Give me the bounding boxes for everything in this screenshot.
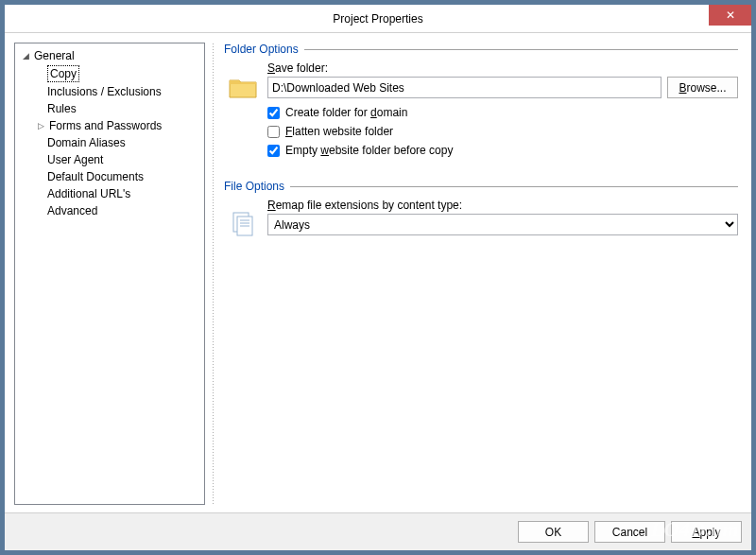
tree-item-useragent[interactable]: User Agent bbox=[17, 151, 202, 168]
tree-item-defaultdocs[interactable]: Default Documents bbox=[17, 168, 202, 185]
flatten-folder-label[interactable]: Flatten website folder bbox=[285, 125, 393, 138]
tree-label: Rules bbox=[47, 101, 77, 116]
apply-button[interactable]: Apply bbox=[671, 521, 742, 543]
group-header: Folder Options bbox=[224, 43, 738, 56]
tree-label: General bbox=[34, 48, 75, 63]
content-pane: Folder Options Save folder: bbox=[220, 43, 742, 505]
flatten-folder-checkbox[interactable] bbox=[267, 126, 280, 138]
save-folder-input[interactable] bbox=[267, 77, 662, 98]
documents-icon bbox=[228, 210, 258, 240]
create-folder-label[interactable]: Create folder for domain bbox=[285, 106, 407, 119]
tree-item-forms[interactable]: ▷ Forms and Passwords bbox=[17, 117, 202, 134]
nav-tree[interactable]: ◢ General Copy Inclusions / Exclusions R… bbox=[14, 43, 205, 505]
close-button[interactable]: ✕ bbox=[709, 5, 751, 26]
tree-label: Inclusions / Exclusions bbox=[47, 84, 162, 99]
chevron-right-icon: ▷ bbox=[36, 118, 45, 133]
group-folder-options: Folder Options Save folder: bbox=[224, 43, 738, 163]
divider bbox=[290, 186, 738, 187]
window-title: Project Properties bbox=[5, 12, 751, 26]
group-title: File Options bbox=[224, 180, 284, 193]
group-header: File Options bbox=[224, 180, 738, 193]
dialog-body: ◢ General Copy Inclusions / Exclusions R… bbox=[5, 33, 751, 512]
dialog-footer: OK Cancel Apply bbox=[5, 512, 751, 550]
tree-item-rules[interactable]: Rules bbox=[17, 100, 202, 117]
empty-folder-checkbox[interactable] bbox=[267, 145, 280, 157]
group-title: Folder Options bbox=[224, 43, 299, 56]
tree-label: Additional URL's bbox=[47, 186, 130, 201]
tree-label: Advanced bbox=[47, 203, 97, 218]
folder-icon bbox=[228, 73, 258, 103]
tree-item-advanced[interactable]: Advanced bbox=[17, 202, 202, 219]
save-folder-label: Save folder: bbox=[267, 61, 738, 75]
tree-item-general[interactable]: ◢ General bbox=[17, 47, 202, 64]
tree-item-aliases[interactable]: Domain Aliases bbox=[17, 134, 202, 151]
group-file-options: File Options bbox=[224, 180, 738, 240]
tree-label: User Agent bbox=[47, 152, 103, 167]
tree-label: Default Documents bbox=[47, 169, 144, 184]
remap-label: Remap file extensions by content type: bbox=[267, 199, 738, 212]
dialog-window: Project Properties ✕ ◢ General Copy Incl… bbox=[4, 4, 752, 551]
tree-label: Copy bbox=[47, 65, 79, 82]
browse-button[interactable]: Browse... bbox=[667, 77, 738, 98]
create-folder-checkbox[interactable] bbox=[267, 107, 280, 119]
tree-item-inclusions[interactable]: Inclusions / Exclusions bbox=[17, 83, 202, 100]
chevron-down-icon: ◢ bbox=[21, 48, 30, 63]
ok-button[interactable]: OK bbox=[518, 521, 589, 543]
tree-label: Domain Aliases bbox=[47, 135, 126, 150]
titlebar: Project Properties ✕ bbox=[5, 5, 751, 33]
close-icon: ✕ bbox=[726, 9, 735, 22]
tree-item-copy[interactable]: Copy bbox=[17, 64, 202, 83]
divider bbox=[304, 49, 738, 50]
empty-folder-label[interactable]: Empty website folder before copy bbox=[285, 144, 453, 157]
cancel-button[interactable]: Cancel bbox=[594, 521, 665, 543]
tree-item-urls[interactable]: Additional URL's bbox=[17, 185, 202, 202]
splitter[interactable] bbox=[211, 43, 215, 505]
tree-label: Forms and Passwords bbox=[49, 118, 162, 133]
remap-select[interactable]: Always bbox=[267, 214, 738, 235]
